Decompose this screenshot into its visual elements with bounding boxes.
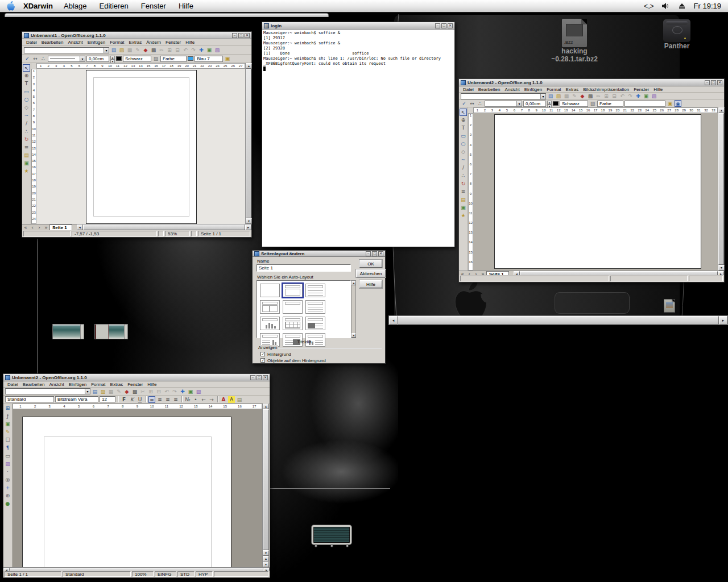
menubar-menu-item[interactable]: Ablage: [57, 2, 93, 10]
desktop-icon-disk[interactable]: Panther: [648, 19, 705, 50]
scroll-up-icon[interactable]: ▴: [246, 63, 252, 69]
scroll-down-icon[interactable]: ▾: [351, 333, 356, 338]
menu-item[interactable]: Hilfe: [651, 86, 665, 93]
effects-tool-icon[interactable]: ★: [460, 212, 467, 219]
background-window-scrollbar[interactable]: ◂ ▸: [388, 315, 728, 325]
redo-icon[interactable]: ↷: [627, 93, 634, 99]
new-document-icon[interactable]: ▤: [92, 388, 98, 395]
gallery-icon[interactable]: ▧: [651, 93, 657, 99]
horizontal-ruler[interactable]: 1234567891011121314151617: [13, 404, 262, 409]
save-icon[interactable]: ▦: [563, 93, 570, 99]
autolayout-option-pic-bullets[interactable]: [305, 317, 325, 330]
connector-style-icon[interactable]: ∴: [40, 55, 47, 62]
alignment-tool-icon[interactable]: ≡: [23, 144, 30, 151]
connector-style-icon[interactable]: ∴: [477, 100, 483, 107]
navigator-icon[interactable]: +: [4, 484, 11, 492]
vertical-ruler[interactable]: 12345678910111213141516: [468, 113, 473, 271]
minimize-button[interactable]: –: [232, 33, 237, 38]
font-size-combobox[interactable]: 12: [100, 396, 115, 402]
draw-titlebar[interactable]: Unbenannt1 - OpenOffice.org 1.1.0 – □ ✕: [22, 32, 251, 39]
graphics-on-off-icon[interactable]: ▨: [4, 460, 11, 468]
fill-type-combobox[interactable]: Farbe: [160, 56, 187, 62]
impress-slide[interactable]: [494, 114, 701, 269]
close-button[interactable]: ✕: [263, 375, 268, 380]
menu-item[interactable]: Bearbeiten: [476, 86, 503, 93]
bold-icon[interactable]: F: [121, 396, 127, 403]
horizontal-ruler[interactable]: 1234567891011121314151617181920212223242…: [36, 63, 245, 69]
menu-item[interactable]: Fenster: [125, 381, 145, 388]
menu-item[interactable]: Extras: [127, 39, 144, 45]
minimize-button[interactable]: –: [250, 375, 255, 380]
menubar-app-name[interactable]: XDarwin: [23, 2, 53, 10]
resize-grip[interactable]: [80, 325, 84, 339]
ellipse-tool-icon[interactable]: ○: [23, 96, 30, 103]
autolayout-option-blank[interactable]: [260, 284, 280, 297]
writer-canvas[interactable]: [13, 409, 262, 567]
arrange-tool-icon[interactable]: ▤: [460, 196, 467, 203]
vertical-ruler[interactable]: 123456789101112131415161718192021222324: [31, 69, 36, 224]
highlighting-icon[interactable]: A: [228, 396, 235, 403]
insert-table-icon[interactable]: ⊞: [4, 405, 11, 412]
save-icon[interactable]: ▦: [107, 388, 114, 395]
underline-icon[interactable]: U: [136, 396, 143, 403]
print-icon[interactable]: ▩: [587, 93, 594, 99]
edit-mode-icon[interactable]: ✎: [571, 93, 578, 99]
undo-icon[interactable]: ↶: [182, 47, 189, 53]
apple-menu-icon[interactable]: [7, 1, 15, 11]
menubar-menu-item[interactable]: Fenster: [135, 2, 172, 10]
draw-canvas[interactable]: [36, 69, 245, 224]
decrease-indent-icon[interactable]: ←: [200, 396, 207, 403]
menu-item[interactable]: Hilfe: [183, 39, 197, 45]
print-icon[interactable]: ▩: [131, 388, 138, 395]
open-document-icon[interactable]: ▨: [555, 93, 562, 99]
line-width-field[interactable]: 0,00cm: [86, 56, 109, 62]
redo-icon[interactable]: ↷: [171, 388, 178, 395]
redo-icon[interactable]: ↷: [190, 47, 197, 53]
minimize-button[interactable]: –: [366, 251, 371, 256]
minimized-window-widget-2[interactable]: [94, 324, 128, 339]
scrollbar-thumb[interactable]: [246, 69, 251, 218]
page-tab[interactable]: Seite 1: [49, 225, 72, 230]
line-color-combobox[interactable]: Schwarz: [123, 56, 151, 62]
menu-item[interactable]: Bearbeiten: [39, 39, 66, 45]
autolayout-option-title-chart[interactable]: [260, 317, 280, 330]
fill-type-combobox[interactable]: Farbe: [597, 101, 623, 107]
font-color-icon[interactable]: A: [220, 396, 227, 403]
autotext-icon[interactable]: ¶: [4, 444, 11, 452]
scroll-down-icon[interactable]: ▾: [263, 550, 269, 556]
cancel-button[interactable]: Abbrechen: [356, 269, 386, 277]
close-button[interactable]: ✕: [245, 33, 250, 38]
terminal-output[interactable]: Mauszeiger:~ weinbach$ soffice &[1] 2931…: [262, 30, 454, 247]
print-icon[interactable]: ▩: [150, 47, 157, 53]
menu-item[interactable]: Bildschirmpräsentation: [581, 86, 631, 93]
terminal-titlebar[interactable]: login – □ ✕: [262, 22, 454, 30]
menu-item[interactable]: Fenster: [631, 86, 651, 93]
copy-icon[interactable]: ⊞: [603, 93, 610, 99]
scroll-up-icon[interactable]: ▴: [351, 281, 356, 285]
background-color-icon[interactable]: ▤: [236, 396, 243, 403]
line-color-combobox[interactable]: Schwarz: [560, 101, 588, 107]
navigator-icon[interactable]: ✚: [179, 388, 186, 395]
line-width-spinner[interactable]: ▴▾: [547, 101, 552, 107]
minimize-button[interactable]: –: [705, 80, 710, 85]
menu-item[interactable]: Einfügen: [522, 86, 545, 93]
autolayout-option-title-content[interactable]: [283, 284, 303, 297]
scroll-down-icon[interactable]: ▾: [246, 218, 252, 224]
arrange-tool-icon[interactable]: ▤: [23, 152, 30, 159]
status-hyperlink-mode[interactable]: HYP: [196, 571, 213, 577]
previous-page-icon[interactable]: ▴: [263, 556, 269, 562]
scroll-up-icon[interactable]: ▴: [263, 404, 269, 409]
menu-item[interactable]: Einfügen: [67, 381, 89, 388]
close-button[interactable]: ✕: [717, 80, 722, 85]
menubar-menu-item[interactable]: Hilfe: [172, 2, 200, 10]
rectangle-tool-icon[interactable]: ▭: [23, 88, 30, 95]
insert-fields-icon[interactable]: ƒ: [4, 413, 11, 420]
vertical-scrollbar[interactable]: ▴ ▾: [245, 63, 251, 224]
rotate-tool-icon[interactable]: ↻: [23, 136, 30, 143]
fill-color-combobox[interactable]: [624, 101, 665, 107]
scroll-right-icon[interactable]: ▸: [245, 225, 251, 230]
writer-page[interactable]: [22, 417, 231, 567]
object-rotation-icon[interactable]: ▣: [667, 100, 673, 107]
menu-item[interactable]: Ansicht: [502, 86, 522, 93]
resize-grip[interactable]: [124, 325, 127, 339]
